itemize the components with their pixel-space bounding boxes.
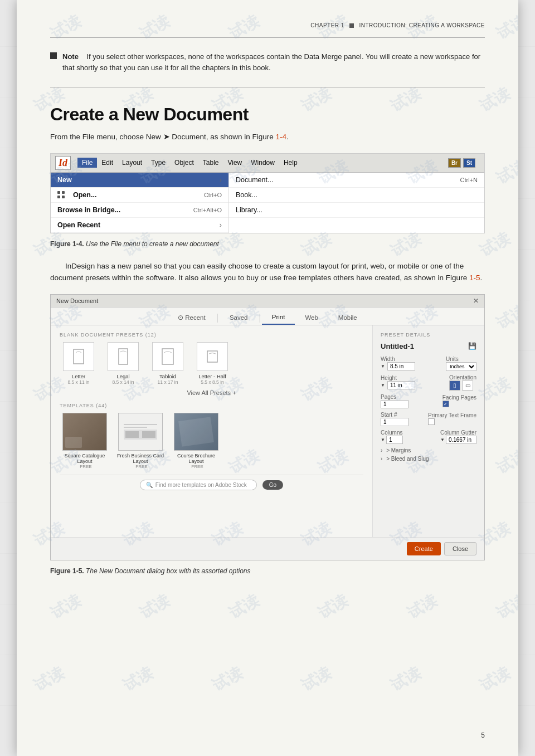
start-col: Start # bbox=[381, 412, 408, 426]
dropdown-new-row[interactable]: New › bbox=[51, 173, 228, 188]
bleed-expand[interactable]: › > Bleed and Slug bbox=[381, 456, 476, 462]
units-select[interactable]: Inches Picas Points bbox=[446, 362, 476, 371]
gutter-spin-down[interactable]: ▼ bbox=[440, 437, 445, 442]
close-dialog-button[interactable]: Close bbox=[444, 542, 476, 555]
dropdown-document-row[interactable]: Document... Ctrl+N bbox=[229, 173, 484, 188]
doc-name: Untitled-1 bbox=[381, 342, 414, 350]
stock-button[interactable]: St bbox=[463, 158, 475, 168]
menu-bar: Id File Edit Layout Type Object Table Vi… bbox=[51, 154, 484, 173]
bridge-button[interactable]: Br bbox=[448, 158, 461, 168]
pages-row: Pages Facing Pages ✓ bbox=[381, 394, 476, 408]
menu-item-edit[interactable]: Edit bbox=[97, 158, 118, 168]
height-spin-down[interactable]: ▼ bbox=[381, 383, 385, 388]
brochure-thumb-visual bbox=[174, 413, 218, 450]
template-catalogue[interactable]: Square Catalogue Layout FREE bbox=[60, 413, 110, 469]
svg-rect-2 bbox=[162, 349, 173, 364]
figure-1-4-caption: Figure 1-4. Use the File menu to create … bbox=[50, 240, 485, 248]
open-icon bbox=[57, 191, 65, 199]
dropdown-open-shortcut: Ctrl+O bbox=[204, 192, 222, 198]
template-brochure-thumb bbox=[174, 413, 218, 451]
primary-text-checkbox[interactable] bbox=[428, 418, 435, 425]
dropdown-book-row[interactable]: Book... bbox=[229, 188, 484, 203]
columns-input[interactable] bbox=[386, 436, 403, 444]
note-text: If you select other workspaces, none of … bbox=[62, 52, 480, 72]
dropdown-bridge-row[interactable]: Browse in Bridge... Ctrl+Alt+O bbox=[51, 203, 228, 218]
figure-1-4-caption-bold: Figure 1-4. bbox=[50, 240, 84, 248]
orientation-col: Orientation ▯ ▭ bbox=[449, 374, 476, 391]
tab-recent[interactable]: ⊙Recent bbox=[168, 311, 215, 325]
figure-1-5-screenshot: New Document ✕ ⊙Recent | Saved | Print W… bbox=[50, 294, 485, 560]
dropdown-book-label: Book... bbox=[236, 191, 257, 199]
template-business-name: Fresh Business Card Layout bbox=[115, 453, 166, 464]
dropdown-recent-row[interactable]: Open Recent › bbox=[51, 218, 228, 233]
tab-print[interactable]: Print bbox=[262, 311, 295, 325]
width-input[interactable] bbox=[387, 362, 415, 370]
facing-pages-label: Facing Pages bbox=[442, 394, 476, 401]
width-col: Width ▼ bbox=[381, 356, 415, 370]
presets-label: BLANK DOCUMENT PRESETS (12) bbox=[60, 332, 363, 338]
menu-item-help[interactable]: Help bbox=[279, 158, 302, 168]
figure-1-4-screenshot: Id File Edit Layout Type Object Table Vi… bbox=[50, 153, 485, 233]
preset-letter-half-icon bbox=[197, 342, 228, 371]
menu-item-file[interactable]: File bbox=[77, 158, 97, 168]
preset-tabloid[interactable]: Tabloid 11 x 17 in bbox=[149, 342, 187, 385]
menu-item-layout[interactable]: Layout bbox=[118, 158, 147, 168]
menu-item-window[interactable]: Window bbox=[246, 158, 279, 168]
figure-1-4-caption-text: Use the File menu to create a new docume… bbox=[86, 240, 219, 248]
pages-input[interactable] bbox=[381, 400, 408, 408]
preset-letter-half[interactable]: Letter - Half 5.5 x 8.5 in bbox=[193, 342, 231, 385]
preset-letter-name: Letter bbox=[72, 373, 85, 379]
tab-web[interactable]: Web bbox=[295, 311, 328, 324]
template-business-free: FREE bbox=[135, 464, 147, 469]
preset-legal-size: 8.5 x 14 in bbox=[112, 379, 134, 385]
figure-1-5-link[interactable]: 1-5 bbox=[469, 274, 480, 282]
landscape-button[interactable]: ▭ bbox=[462, 381, 473, 391]
width-spin-down[interactable]: ▼ bbox=[381, 364, 385, 369]
body-text-content: InDesign has a new panel so that you can… bbox=[50, 262, 469, 282]
preset-letter-icon bbox=[63, 342, 94, 371]
dropdown-open-row[interactable]: Open... Ctrl+O bbox=[51, 188, 228, 203]
create-button[interactable]: Create bbox=[407, 542, 441, 555]
portrait-button[interactable]: ▯ bbox=[449, 381, 460, 391]
dropdown-new-arrow: › bbox=[220, 176, 222, 184]
menu-item-object[interactable]: Object bbox=[170, 158, 198, 168]
figure-1-5-caption: Figure 1-5. The New Document dialog box … bbox=[50, 567, 485, 575]
start-label: Start # bbox=[381, 412, 408, 418]
tab-mobile[interactable]: Mobile bbox=[328, 311, 367, 324]
dropdown-recent-label: Open Recent bbox=[57, 221, 113, 229]
template-business-card-thumb bbox=[118, 413, 163, 451]
dropdown-library-row[interactable]: Library... bbox=[229, 203, 484, 218]
height-col: Height ▼ bbox=[381, 375, 415, 389]
facing-pages-checkbox[interactable]: ✓ bbox=[442, 401, 449, 407]
dialog-main: BLANK DOCUMENT PRESETS (12) Letter 8.5 x… bbox=[51, 325, 373, 537]
menu-item-view[interactable]: View bbox=[223, 158, 246, 168]
page-header: CHAPTER 1 INTRODUCTION: CREATING A WORKS… bbox=[50, 22, 485, 32]
dialog-search-box[interactable]: 🔍 Find more templates on Adobe Stock bbox=[140, 480, 257, 490]
col-spin-down[interactable]: ▼ bbox=[381, 437, 385, 442]
height-input[interactable] bbox=[387, 381, 415, 389]
figure-1-4-link[interactable]: 1-4 bbox=[275, 133, 286, 141]
start-input[interactable] bbox=[381, 418, 408, 426]
menu-item-table[interactable]: Table bbox=[198, 158, 223, 168]
bc-line-1 bbox=[124, 424, 157, 425]
section-heading: Create a New Document bbox=[50, 104, 485, 125]
catalogue-thumb-element bbox=[65, 437, 82, 448]
note-content: Note If you select other workspaces, non… bbox=[62, 51, 485, 74]
gutter-value-row: ▼ bbox=[440, 436, 476, 444]
tab-saved[interactable]: Saved bbox=[220, 311, 258, 324]
orientation-buttons: ▯ ▭ bbox=[449, 381, 476, 391]
header-separator bbox=[349, 23, 354, 28]
template-business-card[interactable]: Fresh Business Card Layout FREE bbox=[115, 413, 166, 469]
chapter-label: CHAPTER 1 bbox=[310, 22, 344, 28]
gutter-input[interactable] bbox=[446, 436, 476, 444]
template-brochure-label: Course Brochure Layout FREE bbox=[171, 453, 221, 469]
doc-save-icon[interactable]: 💾 bbox=[468, 342, 476, 350]
dialog-close-button[interactable]: ✕ bbox=[473, 297, 479, 305]
go-button[interactable]: Go bbox=[262, 480, 283, 490]
view-all-presets[interactable]: View All Presets + bbox=[60, 389, 363, 396]
preset-legal[interactable]: Legal 8.5 x 14 in bbox=[104, 342, 142, 385]
template-brochure[interactable]: Course Brochure Layout FREE bbox=[171, 413, 221, 469]
menu-item-type[interactable]: Type bbox=[147, 158, 170, 168]
margins-expand[interactable]: › > Margins bbox=[381, 447, 476, 453]
preset-letter[interactable]: Letter 8.5 x 11 in bbox=[60, 342, 98, 385]
